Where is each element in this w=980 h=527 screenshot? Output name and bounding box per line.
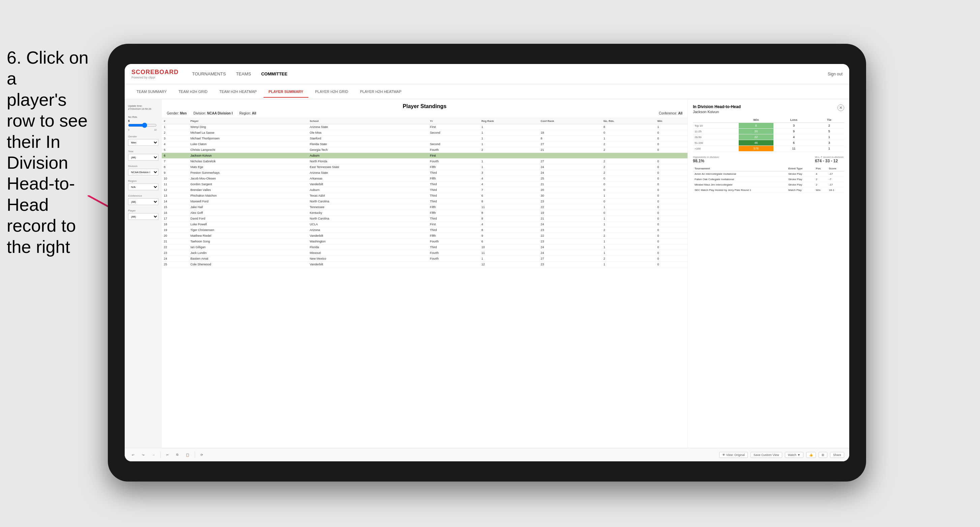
col-player: Player bbox=[188, 118, 308, 124]
h2h-panel: In Division Head-to-Head Jackson Koivun … bbox=[687, 99, 849, 448]
view-original-button[interactable]: 👁 View: Original bbox=[719, 452, 748, 458]
h2h-title-section: In Division Head-to-Head Jackson Koivun bbox=[693, 105, 741, 114]
table-row[interactable]: 8 Mats Ege East Tennessee State Fifth 1 … bbox=[162, 164, 687, 170]
nav-committee[interactable]: COMMITTEE bbox=[261, 70, 288, 78]
table-row[interactable]: 12 Brendan Valles Auburn Third 7 20 0 0 bbox=[162, 187, 687, 193]
copy-button[interactable]: ⧉ bbox=[174, 452, 180, 458]
toolbar-right: 👁 View: Original Save Custom View Watch … bbox=[719, 452, 844, 458]
table-row[interactable]: 24 Bastien Amat New Mexico Fourth 1 27 2… bbox=[162, 256, 687, 262]
col-reg-rank: Reg Rank bbox=[480, 118, 539, 124]
sign-out-link[interactable]: Sign out bbox=[828, 72, 843, 76]
table-row[interactable]: 25 Cole Sherwood Vanderbilt 12 23 1 0 bbox=[162, 262, 687, 267]
opponents-label-container: Opponents in division: 98.1% bbox=[693, 156, 719, 163]
grid-button[interactable]: ⊞ bbox=[819, 452, 827, 458]
table-row[interactable]: 21 Taehoon Song Washington Fourth 6 23 1… bbox=[162, 239, 687, 244]
share-button[interactable]: Share bbox=[830, 452, 844, 458]
forward-button[interactable]: → bbox=[150, 452, 157, 458]
table-row[interactable]: 1 Wenyi Ding Arizona State First 1 8 1 bbox=[162, 124, 687, 130]
standings-table: # Player School Yr Reg Rank Conf Rank No… bbox=[162, 118, 687, 267]
standings-panel: Player Standings Gender: Men Division: N… bbox=[162, 99, 687, 448]
tournament-row: Mirabel Maui Jim Intercollegiate Stroke … bbox=[693, 182, 844, 187]
table-row[interactable]: 6 Jackson Koivun Auburn First bbox=[162, 153, 687, 159]
undo-button[interactable]: ↩ bbox=[130, 452, 137, 458]
main-content: Update time: 27/03/2024 16:56:26 No Rds.… bbox=[125, 99, 849, 448]
h2h-table-header: Win Loss Tie bbox=[693, 117, 844, 123]
year-dropdown[interactable]: (All) bbox=[128, 154, 158, 160]
table-row[interactable]: 3 Michael Thorbjornsen Stanford 1 8 1 0 bbox=[162, 136, 687, 141]
t-col-name: Tournament bbox=[693, 166, 787, 171]
tab-player-h2h-heatmap[interactable]: PLAYER H2H HEATMAP bbox=[355, 86, 406, 98]
col-win: Win bbox=[655, 118, 687, 124]
scissors-button[interactable]: ✂ bbox=[164, 452, 171, 458]
table-row[interactable]: 16 Alex Goff Kentucky Fifth 8 19 0 0 bbox=[162, 210, 687, 216]
table-row[interactable]: 14 Maxwell Ford North Carolina Third 8 2… bbox=[162, 199, 687, 205]
col-conf-rank: Conf Rank bbox=[539, 118, 601, 124]
t-col-pos: Pos bbox=[814, 166, 827, 171]
table-row[interactable]: 13 Phichaksn Maichon Texas A&M Third 6 3… bbox=[162, 193, 687, 199]
h2h-row: Top 10 8 3 2 bbox=[693, 123, 844, 129]
col-num: # bbox=[162, 118, 188, 124]
table-row[interactable]: 10 Jacob Mou-Olesen Arkansas Fifth 4 25 … bbox=[162, 176, 687, 181]
col-school: School bbox=[308, 118, 428, 124]
table-row[interactable]: 19 Tiger Christensen Arizona Third 8 23 … bbox=[162, 227, 687, 233]
bottom-toolbar: ↩ ↪ → ✂ ⧉ 📋 ⟳ 👁 View: Original Save Cust… bbox=[125, 448, 849, 461]
h2h-header: In Division Head-to-Head Jackson Koivun … bbox=[693, 105, 844, 114]
thumbs-up-button[interactable]: 👍 bbox=[806, 452, 816, 458]
tab-player-summary[interactable]: PLAYER SUMMARY bbox=[264, 86, 309, 98]
watch-button[interactable]: Watch ▼ bbox=[785, 452, 803, 458]
table-row[interactable]: 22 Ian Gilligan Florida Third 10 24 1 0 bbox=[162, 244, 687, 250]
gender-dropdown[interactable]: Men Women bbox=[128, 139, 158, 146]
table-row[interactable]: 4 Luke Claton Florida State Second 1 27 … bbox=[162, 141, 687, 147]
update-time: Update time: 27/03/2024 16:56:26 bbox=[128, 105, 158, 110]
h2h-col-tie: Tie bbox=[814, 117, 844, 123]
wlt-container: W-L-T record in-division: 674 - 33 - 12 bbox=[815, 156, 844, 163]
opponents-label: Opponents in division: bbox=[693, 156, 719, 159]
table-row[interactable]: 18 Luke Powell UCLA First 4 24 1 0 bbox=[162, 222, 687, 227]
t-col-type: Event Type bbox=[787, 166, 814, 171]
h2h-close-button[interactable]: ✕ bbox=[837, 105, 844, 111]
h2h-col-win: Win bbox=[739, 117, 773, 123]
standings-header: Player Standings Gender: Men Division: N… bbox=[162, 99, 687, 118]
table-row[interactable]: 15 Jake Hall Tennessee Fifth 11 22 1 0 bbox=[162, 205, 687, 210]
col-yr: Yr bbox=[428, 118, 480, 124]
tab-player-h2h-grid[interactable]: PLAYER H2H GRID bbox=[310, 86, 353, 98]
filter-conference: Conference: All bbox=[659, 111, 682, 115]
nav-tournaments[interactable]: TOURNAMENTS bbox=[192, 70, 226, 78]
standings-title: Player Standings bbox=[167, 103, 682, 110]
tab-team-summary[interactable]: TEAM SUMMARY bbox=[131, 86, 172, 98]
opponents-section: Opponents in division: 98.1% W-L-T recor… bbox=[693, 156, 844, 163]
refresh-button[interactable]: ⟳ bbox=[199, 452, 205, 458]
redo-button[interactable]: ↪ bbox=[140, 452, 146, 458]
h2h-col-label bbox=[693, 117, 739, 123]
h2h-title: In Division Head-to-Head bbox=[693, 105, 741, 109]
paste-button[interactable]: 📋 bbox=[184, 452, 191, 458]
division-dropdown[interactable]: NCAA Division I bbox=[128, 169, 158, 175]
tournament-header-row: Tournament Event Type Pos Score bbox=[693, 166, 844, 171]
tablet-device: SCOREBOARD Powered by clippi TOURNAMENTS… bbox=[108, 44, 866, 481]
h2h-row: 51-100 46 6 3 bbox=[693, 140, 844, 146]
standings-table-container[interactable]: # Player School Yr Reg Rank Conf Rank No… bbox=[162, 118, 687, 448]
gender-section: Gender Men Women bbox=[128, 135, 158, 146]
tab-team-h2h-grid[interactable]: TEAM H2H GRID bbox=[173, 86, 213, 98]
no-rds-slider[interactable] bbox=[128, 122, 157, 128]
conference-dropdown[interactable]: (All) bbox=[128, 198, 158, 205]
table-row[interactable]: 7 Nicholas Gabrelcik North Florida Fourt… bbox=[162, 159, 687, 164]
player-dropdown[interactable]: (All) bbox=[128, 213, 158, 220]
nav-right: Sign out bbox=[828, 72, 843, 76]
tab-team-h2h-heatmap[interactable]: TEAM H2H HEATMAP bbox=[214, 86, 262, 98]
table-row[interactable]: 17 David Ford North Carolina Third 8 21 … bbox=[162, 216, 687, 222]
t-col-score: Score bbox=[827, 166, 844, 171]
table-row[interactable]: 9 Preston Summerhays Arizona State Third… bbox=[162, 170, 687, 176]
nav-teams[interactable]: TEAMS bbox=[236, 70, 251, 78]
table-row[interactable]: 23 Jack Lundin Missouri Fourth 11 24 1 0 bbox=[162, 250, 687, 256]
region-dropdown[interactable]: N/A bbox=[128, 184, 158, 190]
tournament-row: Amer An Intercollegiate Invitational Str… bbox=[693, 171, 844, 177]
table-row[interactable]: 2 Michael La Sasse Ole Miss Second 1 18 … bbox=[162, 130, 687, 136]
table-row[interactable]: 20 Matthew Riedel Vanderbilt Fifth 9 22 … bbox=[162, 233, 687, 239]
save-custom-button[interactable]: Save Custom View bbox=[751, 452, 782, 458]
conference-section: Conference (All) bbox=[128, 194, 158, 205]
table-row[interactable]: 11 Gordon Sargent Vanderbilt Third 4 21 … bbox=[162, 181, 687, 187]
table-row[interactable]: 5 Christo Lamprecht Georgia Tech Fourth … bbox=[162, 147, 687, 153]
logo: SCOREBOARD Powered by clippi bbox=[131, 69, 178, 79]
region-section: Region N/A bbox=[128, 179, 158, 190]
